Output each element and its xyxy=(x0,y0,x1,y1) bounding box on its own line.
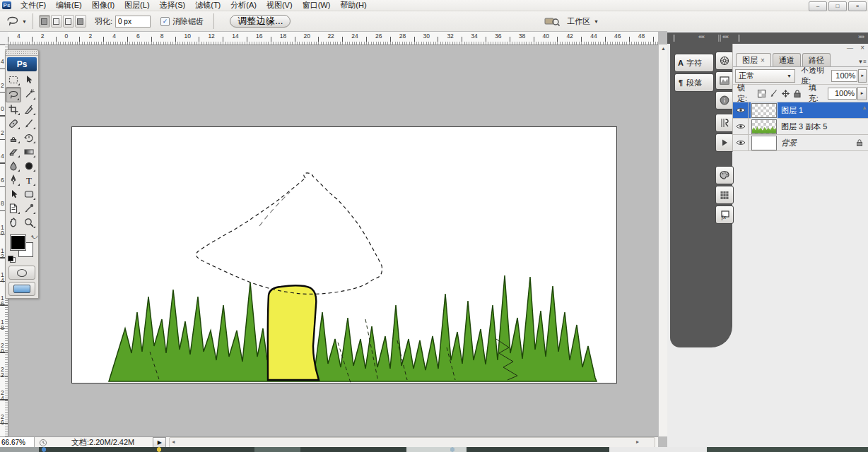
layers-scroll-up-icon[interactable]: ▲ xyxy=(862,105,867,111)
tab-channels[interactable]: 通道 xyxy=(773,53,801,66)
blend-mode-select[interactable]: 正常 ▼ xyxy=(735,69,795,83)
info-panel-button[interactable]: i xyxy=(715,91,734,109)
feather-input[interactable] xyxy=(115,16,151,28)
slice-tool[interactable] xyxy=(21,102,37,117)
antialias-checkbox[interactable]: ✓ xyxy=(160,17,170,26)
panel-minimize-icon[interactable]: — xyxy=(847,44,853,52)
close-button[interactable]: × xyxy=(848,1,867,11)
actions-panel-button[interactable] xyxy=(715,133,734,152)
menu-item[interactable]: 窗口(W) xyxy=(298,0,336,11)
new-selection-button[interactable] xyxy=(39,15,50,28)
layer-row[interactable]: 图层 3 副本 5 xyxy=(733,119,868,135)
shape-tool[interactable] xyxy=(21,187,37,201)
quick-mask-button[interactable] xyxy=(8,266,35,280)
status-flyout-button[interactable]: ▶ xyxy=(153,437,166,448)
horizontal-scrollbar[interactable]: ◂ ▸ xyxy=(169,437,655,448)
brushes-panel-button[interactable] xyxy=(715,114,734,132)
type-tool[interactable]: T xyxy=(21,173,37,187)
crop-tool[interactable] xyxy=(6,102,21,117)
expand-icon[interactable]: »» xyxy=(858,33,864,40)
add-selection-button[interactable] xyxy=(51,15,62,28)
quick-selection-tool[interactable] xyxy=(21,87,37,101)
pen-tool[interactable] xyxy=(6,173,21,187)
path-selection-tool[interactable] xyxy=(6,187,21,201)
menu-item[interactable]: 选择(S) xyxy=(155,0,191,11)
swap-colors-icon[interactable]: ⤸ xyxy=(30,235,38,239)
tab-layers[interactable]: 图层× xyxy=(736,53,771,66)
opacity-step-icon[interactable]: ▸ xyxy=(858,69,867,83)
fill-field[interactable]: 100% xyxy=(828,88,857,100)
marquee-tool[interactable] xyxy=(6,73,21,87)
hand-tool[interactable] xyxy=(6,215,21,230)
fill-step-icon[interactable]: ▸ xyxy=(857,87,867,100)
eyedropper-tool[interactable] xyxy=(21,201,37,215)
menu-item[interactable]: 帮助(H) xyxy=(335,0,371,11)
menu-item[interactable]: 分析(A) xyxy=(225,0,262,11)
lock-transparency-icon[interactable] xyxy=(757,89,766,98)
layer-thumbnail[interactable] xyxy=(751,103,777,118)
menu-item[interactable]: 文件(F) xyxy=(16,0,51,11)
layer-name[interactable]: 图层 1 xyxy=(781,105,803,116)
navigator-panel-button[interactable] xyxy=(715,52,734,70)
layer-name[interactable]: 图层 3 副本 5 xyxy=(781,121,827,132)
lock-position-icon[interactable] xyxy=(781,89,790,98)
color-panel-button[interactable] xyxy=(715,166,734,184)
healing-brush-tool[interactable] xyxy=(6,117,21,131)
opacity-field[interactable]: 100% xyxy=(831,70,857,82)
gradient-tool[interactable] xyxy=(21,145,37,159)
lock-pixels-icon[interactable] xyxy=(769,89,778,98)
default-colors-icon[interactable] xyxy=(8,256,15,262)
menu-item[interactable]: 视图(V) xyxy=(262,0,298,11)
workspace-button[interactable]: 工作区 xyxy=(567,16,590,27)
dock-grip[interactable] xyxy=(673,35,676,42)
collapse-icon[interactable]: «« xyxy=(698,33,704,40)
menu-item[interactable]: 滤镜(T) xyxy=(190,0,225,11)
layer-row[interactable]: 图层 1 xyxy=(733,102,868,119)
dock-grip[interactable] xyxy=(738,35,741,42)
toolbox-grip[interactable] xyxy=(6,50,38,56)
scroll-left-icon[interactable]: ◂ xyxy=(172,438,175,446)
swatches-panel-button[interactable] xyxy=(715,186,734,204)
zoom-level-field[interactable] xyxy=(0,437,35,448)
dodge-tool[interactable] xyxy=(21,159,37,173)
canvas[interactable] xyxy=(71,126,617,383)
restore-button[interactable]: □ xyxy=(828,1,847,11)
layer-thumbnail[interactable] xyxy=(751,136,777,150)
subtract-selection-button[interactable] xyxy=(63,15,74,28)
layer-visibility-toggle[interactable] xyxy=(733,102,749,118)
foreground-color-swatch[interactable] xyxy=(11,235,25,250)
eraser-tool[interactable] xyxy=(6,145,21,159)
paragraph-panel-button[interactable]: ¶ 段落 xyxy=(674,73,714,92)
refine-edge-button[interactable]: 调整边缘... xyxy=(230,15,291,28)
tab-close-icon[interactable]: × xyxy=(761,56,765,64)
intersect-selection-button[interactable] xyxy=(75,15,86,28)
styles-panel-button[interactable]: fx xyxy=(715,206,734,224)
zoom-tool[interactable] xyxy=(21,215,37,230)
vertical-scrollbar[interactable]: ▲ xyxy=(658,44,668,436)
bridge-icon[interactable] xyxy=(544,16,560,26)
scroll-right-icon[interactable]: ▸ xyxy=(636,438,639,446)
brush-tool[interactable] xyxy=(21,117,37,131)
panel-close-icon[interactable]: × xyxy=(860,44,864,52)
move-tool[interactable] xyxy=(21,73,37,87)
character-panel-button[interactable]: A 字符 xyxy=(674,54,714,72)
screen-mode-button[interactable] xyxy=(8,282,35,296)
layer-thumbnail[interactable] xyxy=(751,119,777,134)
panel-menu-icon[interactable]: ▼≡ xyxy=(857,59,867,65)
histogram-panel-button[interactable] xyxy=(715,71,734,90)
menu-item[interactable]: 图层(L) xyxy=(119,0,154,11)
layer-name[interactable]: 背景 xyxy=(781,138,797,148)
layer-visibility-toggle[interactable] xyxy=(733,119,749,134)
clone-stamp-tool[interactable] xyxy=(6,131,21,145)
blur-tool[interactable] xyxy=(6,159,21,173)
collapse-icon[interactable]: «« xyxy=(722,33,728,40)
tab-paths[interactable]: 路径 xyxy=(802,53,831,66)
layer-visibility-toggle[interactable] xyxy=(733,135,749,150)
dock-grip[interactable] xyxy=(718,35,722,42)
menu-item[interactable]: 图像(I) xyxy=(87,0,119,11)
lasso-tool[interactable] xyxy=(6,87,21,102)
minimize-button[interactable]: – xyxy=(809,1,827,11)
notes-tool[interactable] xyxy=(6,201,21,215)
menu-item[interactable]: 编辑(E) xyxy=(51,0,87,11)
windows-taskbar[interactable] xyxy=(0,447,868,452)
